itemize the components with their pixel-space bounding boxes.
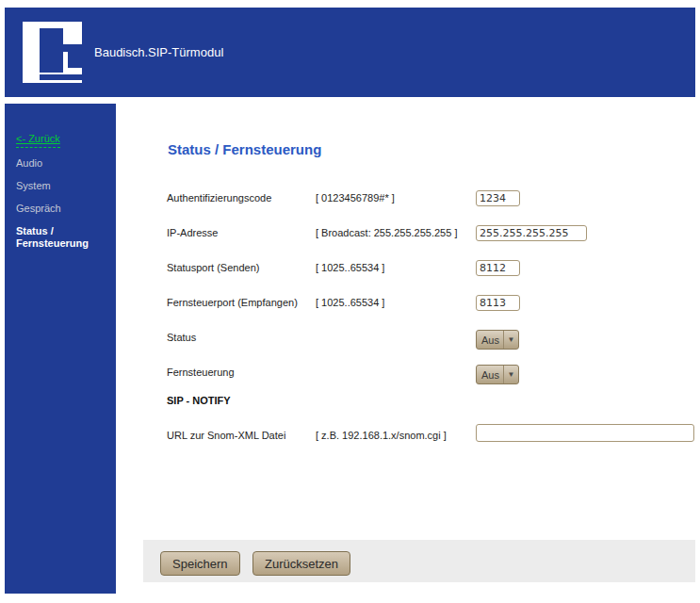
field-hint: [ 0123456789#* ] <box>316 192 395 204</box>
field-label: Status <box>167 332 196 343</box>
header-bar: Baudisch.SIP-Türmodul <box>5 8 695 97</box>
snom-url-input[interactable] <box>476 424 694 442</box>
field-hint: [ 1025..65534 ] <box>316 262 384 273</box>
baudisch-logo-icon <box>23 22 82 83</box>
select-value: Aus <box>477 369 503 381</box>
field-hint: [ Broadcast: 255.255.255.255 ] <box>316 227 457 238</box>
form-row: IP-Adresse [ Broadcast: 255.255.255.255 … <box>167 220 695 254</box>
sidebar-item-gespraech[interactable]: Gespräch <box>16 203 108 215</box>
field-label: Fernsteuerung <box>167 367 235 378</box>
field-hint: [ z.B. 192.168.1.x/snom.cgi ] <box>316 430 447 441</box>
status-port-input[interactable] <box>476 260 520 276</box>
remote-control-select[interactable]: Aus ▼ <box>476 365 519 384</box>
button-bar: Speichern Zurücksetzen <box>143 540 695 582</box>
remote-port-input[interactable] <box>476 295 520 311</box>
ip-address-input[interactable] <box>476 225 587 241</box>
status-select[interactable]: Aus ▼ <box>476 330 519 350</box>
form-row: URL zur Snom-XML Datei [ z.B. 192.168.1.… <box>167 422 695 457</box>
app-title: Baudisch.SIP-Türmodul <box>94 45 223 59</box>
form-row: Status Aus ▼ <box>167 324 695 359</box>
form-row: Fernsteuerung Aus ▼ <box>167 359 695 394</box>
sidebar-item-system[interactable]: System <box>16 180 108 192</box>
field-hint: [ 1025..65534 ] <box>316 297 384 308</box>
field-label: URL zur Snom-XML Datei <box>167 430 285 441</box>
reset-button[interactable]: Zurücksetzen <box>252 551 350 576</box>
save-button[interactable]: Speichern <box>160 551 240 576</box>
sidebar: <- Zurück Audio System Gespräch Status /… <box>5 104 116 594</box>
field-label: Authentifizierungscode <box>167 192 271 204</box>
field-label: Statusport (Senden) <box>167 262 259 273</box>
auth-code-input[interactable] <box>476 190 520 206</box>
form-row: Statusport (Senden) [ 1025..65534 ] <box>167 254 695 289</box>
chevron-down-icon: ▼ <box>503 331 518 349</box>
sidebar-item-status-fernsteuerung[interactable]: Status / Fernsteuerung <box>16 225 106 250</box>
field-label: IP-Adresse <box>167 227 218 238</box>
chevron-down-icon: ▼ <box>503 366 518 383</box>
form-row: Authentifizierungscode [ 0123456789#* ] <box>167 185 695 220</box>
select-value: Aus <box>477 334 503 346</box>
field-label: Fernsteuerport (Empfangen) <box>167 297 298 308</box>
back-link[interactable]: <- Zurück <box>16 133 60 148</box>
settings-form: Authentifizierungscode [ 0123456789#* ] … <box>167 185 695 477</box>
section-heading-sip-notify: SIP - NOTIFY <box>167 395 231 406</box>
sidebar-item-audio[interactable]: Audio <box>16 157 108 170</box>
page: Baudisch.SIP-Türmodul <- Zurück Audio Sy… <box>0 0 700 603</box>
page-title: Status / Fernsteuerung <box>168 141 321 157</box>
form-row: Fernsteuerport (Empfangen) [ 1025..65534… <box>167 289 695 324</box>
